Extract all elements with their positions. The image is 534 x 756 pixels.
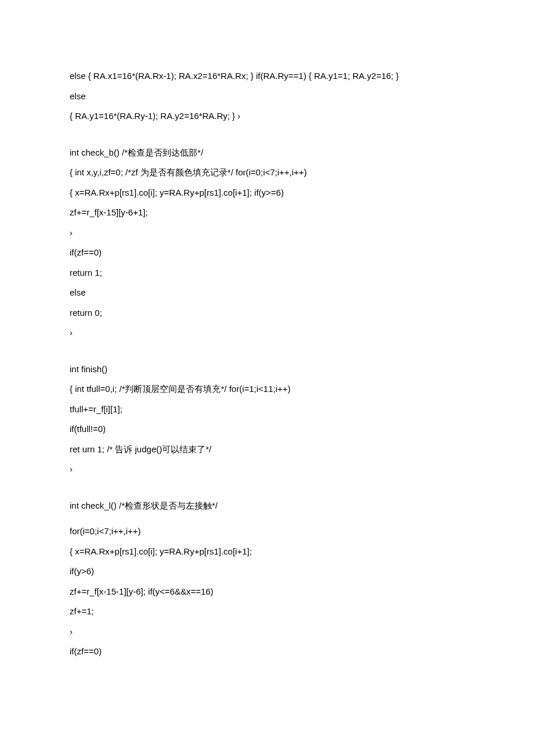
code-line: if(zf==0) xyxy=(70,246,464,260)
code-line: for(i=0;i<7;i++,i++) xyxy=(70,525,464,538)
blank-line xyxy=(70,347,464,363)
code-line: › xyxy=(70,463,464,476)
code-line: { x=RA.Rx+p[rs1].co[i]; y=RA.Ry+p[rs1].c… xyxy=(70,545,464,559)
code-line: if(y>6) xyxy=(70,565,464,578)
code-line: { int tfull=0,i; /*判断顶层空间是否有填充*/ for(i=1… xyxy=(70,383,464,396)
code-line: int check_l() /*检查形状是否与左接触*/ xyxy=(70,499,464,513)
code-line: else xyxy=(70,286,464,300)
code-line: { RA.y1=16*(RA.Ry-1); RA.y2=16*RA.Ry; } … xyxy=(70,110,464,123)
code-line: if(tfull!=0) xyxy=(70,423,464,436)
code-line: › xyxy=(70,226,464,240)
code-document: else { RA.x1=16*(RA.Rx-1); RA.x2=16*RA.R… xyxy=(70,70,464,658)
code-line: return 0; xyxy=(70,307,464,320)
code-line: int check_b() /*检查是否到达低部*/ xyxy=(70,146,464,160)
code-line: { int x,y,i,zf=0; /*zf 为是否有颜色填充记录*/ for(… xyxy=(70,166,464,179)
code-line: if(zf==0) xyxy=(70,645,464,658)
code-line: › xyxy=(70,625,464,639)
code-line: tfull+=r_f[i][1]; xyxy=(70,403,464,416)
blank-line xyxy=(70,519,464,525)
code-line: ret urn 1; /* 告诉 judge()可以结束了*/ xyxy=(70,443,464,456)
code-line: › xyxy=(70,326,464,340)
code-line: { x=RA.Rx+p[rs1].co[i]; y=RA.Ry+p[rs1].c… xyxy=(70,186,464,200)
code-line: zf+=r_f[x-15-1][y-6]; if(y<=6&&x==16) xyxy=(70,585,464,599)
code-line: zf+=1; xyxy=(70,605,464,618)
code-line: int finish() xyxy=(70,363,464,376)
code-line: zf+=r_f[x-15][y-6+1]; xyxy=(70,206,464,219)
blank-line xyxy=(70,130,464,146)
code-line: else { RA.x1=16*(RA.Rx-1); RA.x2=16*RA.R… xyxy=(70,70,464,83)
code-line: else xyxy=(70,90,464,103)
blank-line xyxy=(70,483,464,499)
code-line: return 1; xyxy=(70,267,464,280)
